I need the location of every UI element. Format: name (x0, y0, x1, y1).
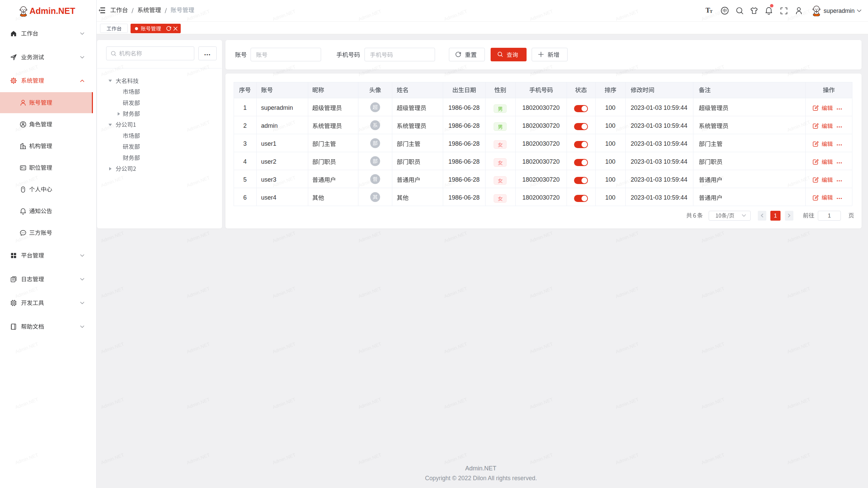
svg-text:T: T (710, 9, 713, 14)
